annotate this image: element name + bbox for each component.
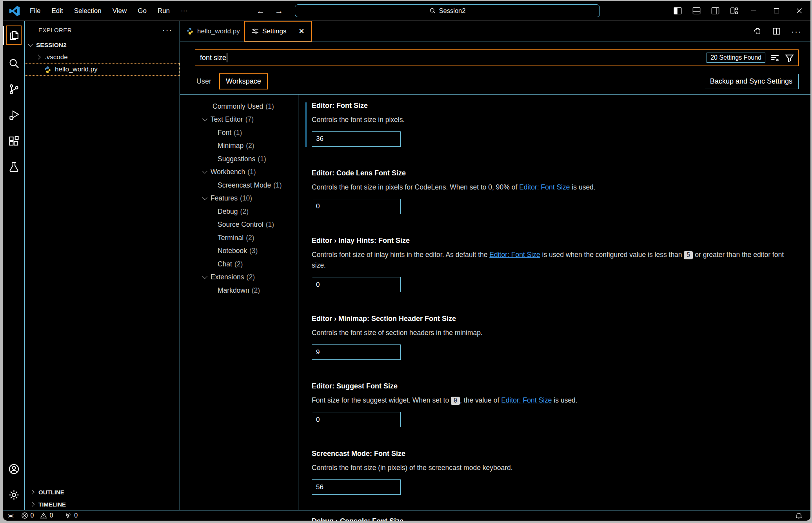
editor-font-size-link[interactable]: Editor: Font Size xyxy=(489,251,540,259)
setting-value-input[interactable] xyxy=(312,479,401,495)
titlebar: File Edit Selection View Go Run ··· ← → … xyxy=(3,1,810,21)
activitybar-extensions[interactable] xyxy=(5,128,23,154)
menu-view[interactable]: View xyxy=(107,5,133,17)
tree-item-vscode-folder[interactable]: .vscode xyxy=(25,51,180,63)
editor-more-actions-icon[interactable]: ··· xyxy=(791,27,802,36)
setting-title: Editor: Code Lens Font Size xyxy=(312,169,799,177)
python-file-icon xyxy=(186,27,194,35)
toc-features[interactable]: Features(10) xyxy=(195,192,298,205)
menubar: File Edit Selection View Go Run ··· xyxy=(24,5,193,17)
toc-suggestions[interactable]: Suggestions(1) xyxy=(195,153,298,166)
toc-font[interactable]: Font(1) xyxy=(195,126,298,140)
toc-screencast-mode[interactable]: Screencast Mode(1) xyxy=(195,179,298,192)
history-navigation: ← → xyxy=(256,6,283,16)
settings-list: Editor: Font Size Controls the font size… xyxy=(298,95,799,510)
problems-errors[interactable]: 0 xyxy=(21,512,34,519)
menu-selection[interactable]: Selection xyxy=(69,5,107,17)
split-editor-icon[interactable] xyxy=(772,27,781,36)
tab-user-settings[interactable]: User xyxy=(195,74,213,89)
setting-description: Font size for the suggest widget. When s… xyxy=(312,395,786,406)
problems-warnings[interactable]: 0 xyxy=(40,512,53,519)
menu-edit[interactable]: Edit xyxy=(46,5,68,17)
open-settings-json-icon[interactable] xyxy=(753,27,762,36)
chevron-down-icon xyxy=(202,116,207,121)
run-debug-icon xyxy=(8,109,20,121)
toc-source-control[interactable]: Source Control(1) xyxy=(195,218,298,231)
toc-terminal[interactable]: Terminal(2) xyxy=(195,231,298,245)
setting-description: Controls the font size in pixels. xyxy=(312,115,786,125)
forward-arrow-icon[interactable]: → xyxy=(275,6,283,16)
tab-hello-world[interactable]: hello_world.py xyxy=(180,21,244,42)
settings-scope-tabs: User Workspace Backup and Sync Settings xyxy=(195,73,799,90)
clear-search-filters-icon[interactable] xyxy=(770,53,780,63)
settings-search-input[interactable]: font size 20 Settings Found xyxy=(195,49,799,66)
activitybar-settings[interactable] xyxy=(5,482,23,508)
toc-chat[interactable]: Chat(2) xyxy=(195,258,298,271)
setting-value-input[interactable] xyxy=(312,412,401,427)
setting-value-input[interactable] xyxy=(312,277,401,292)
activitybar-testing[interactable] xyxy=(5,154,23,180)
chevron-down-icon xyxy=(28,42,33,47)
remote-indicator-icon[interactable]: >< xyxy=(8,512,13,519)
setting-value-input[interactable] xyxy=(312,344,401,360)
extensions-icon xyxy=(8,135,20,147)
folder-label: .vscode xyxy=(45,53,68,61)
toc-markdown[interactable]: Markdown(2) xyxy=(195,284,298,297)
menu-run[interactable]: Run xyxy=(152,5,175,17)
setting-editor-font-size: Editor: Font Size Controls the font size… xyxy=(312,102,799,147)
tree-item-workspace[interactable]: SESSION2 xyxy=(25,39,180,51)
tab-workspace-settings[interactable]: Workspace xyxy=(219,73,268,89)
backup-sync-settings-button[interactable]: Backup and Sync Settings xyxy=(704,74,799,89)
python-file-icon xyxy=(44,66,51,73)
activitybar-source-control[interactable] xyxy=(5,76,23,102)
command-center-label: Session2 xyxy=(439,7,466,15)
outline-pane-header[interactable]: OUTLINE xyxy=(25,486,180,498)
timeline-pane-header[interactable]: TIMELINE xyxy=(25,498,180,510)
setting-value-input[interactable] xyxy=(312,131,401,147)
minimize-button[interactable] xyxy=(742,1,765,21)
ports-indicator[interactable]: 0 xyxy=(65,512,78,519)
editor-font-size-link[interactable]: Editor: Font Size xyxy=(501,396,552,404)
filter-icon[interactable] xyxy=(785,53,794,63)
customize-layout-icon[interactable] xyxy=(730,7,738,15)
toc-notebook[interactable]: Notebook(3) xyxy=(195,244,298,258)
toc-extensions[interactable]: Extensions(2) xyxy=(195,271,298,284)
toggle-sidebar-icon[interactable] xyxy=(674,7,682,15)
setting-value-input[interactable] xyxy=(312,199,401,214)
activitybar-accounts[interactable] xyxy=(5,456,23,482)
toc-workbench[interactable]: Workbench(1) xyxy=(195,166,298,179)
value-badge: 0 xyxy=(451,397,460,405)
activitybar-run-debug[interactable] xyxy=(5,102,23,128)
explorer-more-actions-icon[interactable]: ··· xyxy=(162,26,173,35)
settings-editor: font size 20 Settings Found User Workspa… xyxy=(180,42,810,510)
editor-font-size-link[interactable]: Editor: Font Size xyxy=(519,183,570,191)
tab-label: hello_world.py xyxy=(197,27,240,35)
menu-more[interactable]: ··· xyxy=(175,5,193,17)
activitybar-explorer[interactable] xyxy=(5,24,23,46)
tab-settings[interactable]: Settings ✕ xyxy=(244,21,312,42)
close-icon[interactable]: ✕ xyxy=(298,27,305,36)
toc-minimap[interactable]: Minimap(2) xyxy=(195,139,298,153)
setting-title: Screencast Mode: Font Size xyxy=(312,450,799,458)
toggle-panel-icon[interactable] xyxy=(692,7,701,15)
setting-description: Controls the font size of section header… xyxy=(312,328,786,338)
toggle-secondary-sidebar-icon[interactable] xyxy=(711,7,719,15)
toc-text-editor[interactable]: Text Editor(7) xyxy=(195,113,298,126)
vscode-window: File Edit Selection View Go Run ··· ← → … xyxy=(3,1,810,521)
timeline-label: TIMELINE xyxy=(38,501,66,508)
toc-debug[interactable]: Debug(2) xyxy=(195,205,298,219)
chevron-right-icon xyxy=(36,55,41,60)
back-arrow-icon[interactable]: ← xyxy=(256,6,265,16)
toc-commonly-used[interactable]: Commonly Used(1) xyxy=(195,100,298,113)
activitybar-search[interactable] xyxy=(5,50,23,76)
radio-tower-icon xyxy=(65,512,72,519)
menu-go[interactable]: Go xyxy=(132,5,152,17)
setting-inlay-hints-font-size: Editor › Inlay Hints: Font Size Controls… xyxy=(312,237,799,292)
close-button[interactable] xyxy=(788,1,810,21)
setting-title: Editor › Inlay Hints: Font Size xyxy=(312,237,799,245)
command-center-search[interactable]: Session2 xyxy=(295,4,600,17)
menu-file[interactable]: File xyxy=(24,5,46,17)
chevron-right-icon xyxy=(29,490,35,495)
maximize-button[interactable] xyxy=(765,1,788,21)
tree-item-hello-world[interactable]: hello_world.py xyxy=(25,63,180,76)
